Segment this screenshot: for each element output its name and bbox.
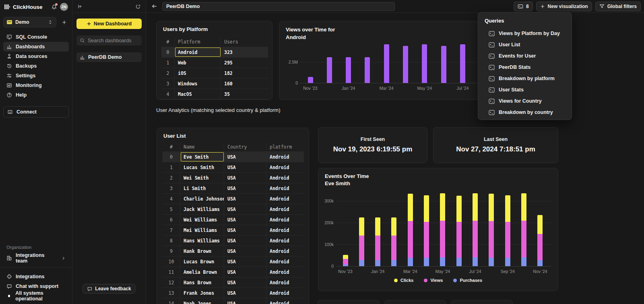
queries-count-button[interactable]: 8 (514, 2, 533, 11)
table-row[interactable]: 4Charlie JohnsonUSAAndroid (163, 194, 304, 204)
table-cell: Android (175, 47, 221, 57)
collapse-panel-icon[interactable] (77, 4, 83, 9)
sidebar-item-sql-console[interactable]: SQL Console (3, 32, 69, 42)
avatar[interactable]: ZN (60, 3, 68, 11)
footer-item-chat-with-support[interactable]: Chat with support (3, 281, 69, 291)
connect-icon (7, 109, 13, 115)
first-seen-title: First Seen (318, 136, 427, 142)
table-row[interactable]: 12Hans BrownUSAAndroid (163, 277, 304, 288)
table-cell: 35 (221, 89, 268, 99)
dashboard-title-input[interactable]: PeerDB Demo (162, 2, 395, 11)
table-cell: 160 (221, 79, 268, 89)
notifications-button[interactable] (50, 3, 58, 10)
query-menu-item[interactable]: Breakdown by platform (478, 73, 572, 84)
clickhouse-logo-icon (4, 4, 10, 10)
connect-button[interactable]: Connect (3, 106, 69, 118)
add-service-button[interactable] (60, 17, 69, 27)
service-selector[interactable]: Demo (3, 17, 56, 27)
column-header: Country (224, 142, 266, 151)
leave-feedback-button[interactable]: Leave feedback (83, 284, 135, 294)
table-header-row: #PlatformUsers (161, 37, 268, 47)
footer-item-label: All systems operational (15, 290, 66, 302)
sidebar-item-label: Backups (16, 63, 37, 69)
views-bar (346, 57, 351, 83)
table-row[interactable]: 7Mei WilliamsUSAAndroid (163, 225, 304, 236)
x-axis-tick: Nov '23 (333, 269, 357, 274)
query-menu-item[interactable]: User List (478, 39, 572, 50)
building-icon (6, 255, 12, 261)
events-bar-segment-views (505, 222, 510, 258)
column-header: # (163, 142, 180, 151)
table-row[interactable]: 11Amelia BrownUSAAndroid (163, 267, 304, 277)
table-row[interactable]: 2Wei SmithUSAAndroid (163, 173, 304, 183)
sidebar-item-dashboards[interactable]: Dashboards (3, 42, 69, 52)
query-menu-item-label: User List (499, 42, 520, 48)
events-over-time-card: Events Over Time Eve Smith 0100k200k300k… (318, 168, 558, 291)
dashboard-list-item[interactable]: PeerDB Demo (76, 52, 142, 62)
x-axis-tick: May '24 (413, 86, 437, 91)
chevron-updown-icon (48, 20, 53, 25)
query-menu-item[interactable]: Events for User (478, 50, 572, 62)
table-row[interactable]: 6Wei WilliamsUSAAndroid (163, 215, 304, 225)
connect-label: Connect (17, 109, 37, 115)
views-bar (308, 77, 313, 83)
queries-dropdown: Queries Views by Platform by DayUser Lis… (478, 12, 572, 120)
users-by-platform-title: Users by Platform (163, 26, 208, 32)
search-dashboards-input[interactable]: Search dashboards (76, 35, 142, 45)
query-menu-item[interactable]: User Stats (478, 84, 572, 95)
table-row[interactable]: 13Frank JonesUSAAndroid (163, 288, 304, 298)
table-cell: USA (224, 194, 266, 204)
x-axis-tick: Sep '24 (495, 269, 520, 274)
sidebar-item-data-sources[interactable]: Data sources (3, 52, 69, 61)
table-row[interactable]: 5Jack WilliamsUSAAndroid (163, 204, 304, 215)
table-row[interactable]: 14Noah JonesUSAAndroid (163, 298, 304, 304)
y-axis-tick: 0 (283, 81, 298, 85)
table-row[interactable]: 3Windows160 (161, 79, 268, 89)
footer-item-integrations[interactable]: Integrations (3, 272, 69, 281)
legend-label: Purchases (460, 278, 482, 283)
query-menu-item[interactable]: Views for Country (478, 95, 572, 107)
sidebar: ClickHouse ZN Demo (0, 0, 72, 304)
table-cell: Android (266, 246, 304, 256)
events-bar-segment-views (375, 236, 380, 260)
query-menu-item[interactable]: Views by Platform by Day (478, 28, 572, 39)
events-bar-segment-purchases (521, 257, 526, 266)
row-index-cell: 5 (163, 204, 180, 214)
table-row[interactable]: 8Hans WilliamsUSAAndroid (163, 236, 304, 246)
table-row[interactable]: 4MacOS35 (161, 89, 268, 99)
new-dashboard-button[interactable]: New Dashboard (76, 19, 142, 29)
table-row[interactable]: 3Li SmithUSAAndroid (163, 183, 304, 194)
footer-item-label: Integrations (16, 274, 45, 279)
new-visualization-button[interactable]: New visualization (536, 2, 592, 11)
events-bar-segment-purchases (456, 258, 462, 266)
table-cell: Hank Brown (180, 246, 224, 256)
column-header: platform (266, 142, 304, 151)
footer-item-all-systems-operational[interactable]: All systems operational (3, 291, 69, 301)
refresh-icon[interactable] (135, 4, 141, 9)
sidebar-item-monitoring[interactable]: Monitoring (3, 81, 69, 90)
table-row[interactable]: 1Web295 (161, 58, 268, 68)
table-row[interactable]: 0Eve SmithUSAAndroid (163, 152, 304, 162)
back-button[interactable] (149, 2, 159, 11)
events-bar-segment-purchases (408, 258, 413, 266)
sidebar-item-help[interactable]: Help (3, 90, 69, 100)
sidebar-item-settings[interactable]: Settings (3, 71, 69, 81)
table-row[interactable]: 10Lucas BrownUSAAndroid (163, 256, 304, 267)
query-menu-item[interactable]: Breakdown by country (478, 107, 572, 118)
events-bar-segment-purchases (343, 265, 348, 266)
events-bar-segment-views (408, 221, 413, 258)
sidebar-item-backups[interactable]: Backups (3, 61, 69, 71)
organization-team-button[interactable]: Integrations team (3, 253, 69, 263)
sidebar-item-label: Settings (16, 73, 35, 79)
sidebar-item-label: SQL Console (16, 34, 47, 40)
legend-label: Clicks (400, 278, 413, 283)
table-row[interactable]: 9Hank BrownUSAAndroid (163, 246, 304, 256)
query-menu-item[interactable]: PeerDB Stats (478, 62, 572, 73)
table-row[interactable]: 2iOS182 (161, 68, 268, 79)
table-row[interactable]: 0Android323 (161, 47, 268, 58)
global-filters-button[interactable]: Global filters (595, 2, 641, 11)
service-icon (7, 20, 12, 24)
table-row[interactable]: 1Lucas SmithUSAAndroid (163, 162, 304, 173)
events-bar-segment-views (521, 221, 526, 258)
table-cell: Android (266, 215, 304, 225)
